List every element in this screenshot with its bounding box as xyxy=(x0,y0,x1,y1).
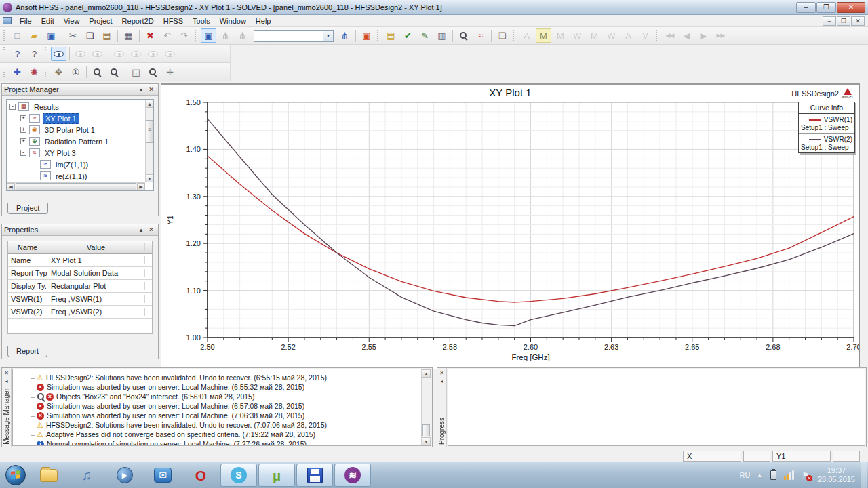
pin-panel-icon[interactable]: ◂ xyxy=(438,377,446,385)
open-icon[interactable]: ▰ xyxy=(26,28,42,43)
coordinate-axes-icon[interactable]: ✛ xyxy=(162,65,178,79)
redo-icon[interactable]: ↷ xyxy=(176,28,192,43)
view-visibility-icon[interactable] xyxy=(51,47,66,61)
tree-item-xy-plot-1[interactable]: +≈XY Plot 1 xyxy=(7,113,145,124)
show-objects-icon[interactable] xyxy=(162,47,178,61)
menu-project[interactable]: Project xyxy=(84,16,117,26)
property-row-display-ty[interactable]: Display Ty...Rectangular Plot xyxy=(8,280,152,293)
start-button[interactable] xyxy=(1,463,30,487)
message-scrollbar[interactable]: ▲ ▼ xyxy=(421,369,431,445)
scroll-thumb[interactable] xyxy=(16,183,136,190)
xy-plot-canvas[interactable]: 2.502.522.552.582.602.632.652.682.701.00… xyxy=(161,85,859,369)
model-unite-icon[interactable]: ✚ xyxy=(9,65,25,79)
menu-file[interactable]: File xyxy=(15,16,37,26)
property-row-name[interactable]: NameXY Plot 1 xyxy=(8,254,152,267)
clock[interactable]: 19:37 28.05.2015 xyxy=(818,466,855,484)
wave-peak1-icon[interactable]: Λ xyxy=(519,28,534,43)
expand-plus-icon[interactable]: + xyxy=(20,127,26,133)
wave-w2-icon[interactable]: W xyxy=(604,28,619,43)
collapse-minus-icon[interactable]: - xyxy=(20,150,26,156)
zoom-100-icon[interactable]: ① xyxy=(68,65,83,79)
action-center-flag-icon[interactable]: ⚑✕ xyxy=(802,471,810,480)
expand-plus-icon[interactable]: + xyxy=(20,138,26,144)
undo-icon[interactable]: ↶ xyxy=(159,28,175,43)
collapse-minus-icon[interactable]: - xyxy=(9,104,16,110)
menu-hfss[interactable]: HFSS xyxy=(159,16,188,26)
validation-check-icon[interactable]: ▤ xyxy=(383,28,399,43)
expand-plus-icon[interactable]: + xyxy=(20,115,26,121)
media-player-icon[interactable]: ▶ xyxy=(106,464,143,487)
hide-selection-icon[interactable] xyxy=(73,47,88,61)
close-panel-icon[interactable]: ✕ xyxy=(146,85,156,94)
zoom-fit-icon[interactable] xyxy=(145,65,161,79)
tab-project[interactable]: Project xyxy=(7,203,48,214)
wave-w1-icon[interactable]: W xyxy=(570,28,585,43)
local-machine-icon[interactable]: ▣ xyxy=(201,28,216,43)
battery-icon[interactable] xyxy=(770,470,776,480)
wave-m2-icon[interactable]: M xyxy=(553,28,568,43)
zoom-window-icon[interactable]: ◱ xyxy=(128,65,144,79)
analyze-all-icon[interactable]: ✔ xyxy=(400,28,416,43)
tree-horizontal-scrollbar[interactable]: ◀ ▶ xyxy=(7,182,145,190)
tab-report[interactable]: Report xyxy=(7,346,47,357)
mdi-child-icon[interactable] xyxy=(3,17,12,24)
collapse-panel-icon[interactable]: ▴ xyxy=(136,85,146,94)
collapse-panel-icon[interactable]: ▴ xyxy=(136,226,146,235)
wave-valley-icon[interactable]: V xyxy=(637,28,653,43)
combo-dropdown-icon[interactable]: ▼ xyxy=(323,30,333,41)
help-topics-icon[interactable]: ? xyxy=(9,47,25,61)
menu-edit[interactable]: Edit xyxy=(37,16,59,26)
mail-icon[interactable]: ✉ xyxy=(144,464,181,487)
save-tool-icon[interactable] xyxy=(296,464,333,487)
anim-first-icon[interactable]: ◀◀ xyxy=(662,28,677,43)
validate-icon[interactable]: ▣ xyxy=(359,28,374,43)
menu-window[interactable]: Window xyxy=(215,16,251,26)
utorrent-icon[interactable]: µ xyxy=(258,464,295,487)
save-icon[interactable]: ▣ xyxy=(43,28,59,43)
wave-m3-icon[interactable]: M xyxy=(587,28,602,43)
hide-faces-icon[interactable] xyxy=(111,47,127,61)
property-row-vswr-1[interactable]: VSWR(1)Freq ,VSWR(1) xyxy=(8,293,152,306)
wave-peak2-icon[interactable]: Λ xyxy=(620,28,636,43)
close-panel-icon[interactable]: ✕ xyxy=(146,226,156,235)
solution-data-icon[interactable]: ▥ xyxy=(434,28,450,43)
print-icon[interactable]: ▦ xyxy=(121,28,136,43)
opera-icon[interactable]: O xyxy=(182,464,219,487)
curve-info-legend[interactable]: Curve Info VSWR(1)Setup1 : SweepVSWR(2)S… xyxy=(798,102,855,153)
network-icon[interactable] xyxy=(784,470,795,480)
show-faces-icon[interactable] xyxy=(128,47,144,61)
scroll-up-icon[interactable]: ▲ xyxy=(146,100,153,108)
close-button[interactable]: ✕ xyxy=(837,2,865,13)
tree-item-im-z-1-1[interactable]: ≈im(Z(1,1)) xyxy=(7,159,145,170)
tree-item-re-z-1-1[interactable]: ≈re(Z(1,1)) xyxy=(7,170,145,182)
volume-icon[interactable]: ♫ xyxy=(68,464,105,487)
scroll-thumb[interactable] xyxy=(146,120,153,143)
property-row-vswr-2[interactable]: VSWR(2)Freq ,VSWR(2) xyxy=(8,306,152,319)
pan-icon[interactable]: ✥ xyxy=(51,65,66,79)
menu-tools[interactable]: Tools xyxy=(188,16,215,26)
property-row-report-type[interactable]: Report TypeModal Solution Data xyxy=(8,267,152,280)
close-panel-icon[interactable]: ✕ xyxy=(3,369,11,377)
show-selection-icon[interactable] xyxy=(90,47,105,61)
copy-report-icon[interactable]: ❏ xyxy=(494,28,510,43)
scroll-down-icon[interactable]: ▼ xyxy=(146,174,153,182)
scroll-right-icon[interactable]: ▶ xyxy=(137,183,145,191)
cut-icon[interactable]: ✂ xyxy=(65,28,81,43)
scroll-thumb[interactable] xyxy=(422,424,430,436)
anim-prev-icon[interactable]: ◀ xyxy=(679,28,694,43)
language-indicator[interactable]: RU xyxy=(739,471,750,479)
scroll-down-icon[interactable]: ▼ xyxy=(422,437,431,445)
show-desktop-button[interactable] xyxy=(861,462,867,488)
mdi-restore-button[interactable]: ❐ xyxy=(837,16,850,26)
menu-help[interactable]: Help xyxy=(251,16,276,26)
remote-machine-icon[interactable]: ⋔ xyxy=(218,28,233,43)
zoom-tool-icon[interactable] xyxy=(456,28,471,43)
tree-item-results[interactable]: -▦Results xyxy=(7,101,145,113)
anim-next-icon[interactable]: ▶ xyxy=(696,28,711,43)
model-rotate-icon[interactable]: ✺ xyxy=(26,65,42,79)
tree-item-radiation-pattern-1[interactable]: +⊕Radiation Pattern 1 xyxy=(7,136,145,147)
mdi-minimize-button[interactable]: – xyxy=(823,16,836,26)
tree-vertical-scrollbar[interactable]: ▲ ▼ xyxy=(145,100,153,182)
mdi-close-button[interactable]: ✕ xyxy=(851,16,865,26)
zoom-in-icon[interactable] xyxy=(90,65,105,79)
